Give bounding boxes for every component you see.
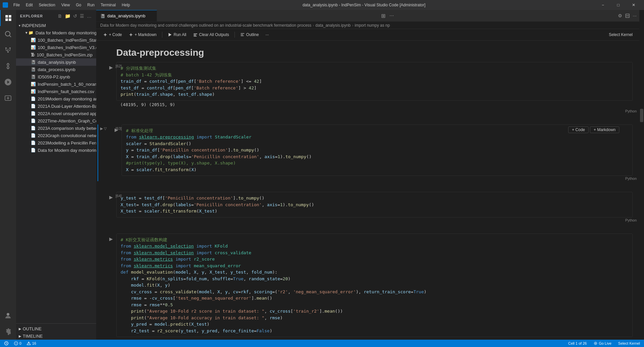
add-code-btn-3[interactable]: + Code: [342, 225, 362, 232]
menu-help[interactable]: Help: [119, 2, 133, 8]
add-markdown-btn-3[interactable]: + Markdown: [365, 225, 394, 232]
new-folder-icon[interactable]: 📁: [64, 13, 71, 19]
svg-rect-6: [7, 65, 9, 67]
window-controls[interactable]: − □ ✕: [595, 0, 641, 10]
indpensim-section-header[interactable]: ▾ INDPENSIM: [16, 22, 96, 29]
sidebar-item-2023m[interactable]: 📄 2023Modelling a Penicillin Fermenta...: [16, 139, 96, 146]
more-button[interactable]: ···: [388, 12, 395, 19]
notebook-content: Data-preprocessing ▶ # 分训练集测试集 # batch 1…: [96, 41, 639, 340]
clear-all-button[interactable]: Clear All Outputs: [190, 31, 232, 38]
cell-65: ▶ # K折交叉验证函数构建 from sklearn.model_select…: [96, 234, 639, 337]
tab-data-analysis[interactable]: 📓 data_analysis.ipynb ✕: [96, 10, 157, 21]
sidebar-item-2023a[interactable]: 📄 2023A comparison study between di...: [16, 124, 96, 132]
scrollbar-thumb[interactable]: [640, 109, 643, 122]
cell-65-run-button[interactable]: ▶: [109, 236, 114, 242]
inline-add-code[interactable]: + Code: [568, 126, 589, 133]
sidebar-item-2022a[interactable]: 📄 2022A novel unsupervised approach...: [16, 110, 96, 117]
add-markdown-btn-2[interactable]: + Markdown: [365, 183, 394, 190]
sidebar-item-2023g[interactable]: 📄 2023Graph convolutional network so...: [16, 132, 96, 139]
sidebar-item-id5059[interactable]: 📓 ID5059-P2.ipynb: [16, 73, 96, 80]
outline-section-header[interactable]: ▶ OUTLINE: [16, 325, 96, 332]
activity-extensions[interactable]: [0, 58, 16, 74]
sidebar-item-noramen[interactable]: 📊 IndPensim_batch_1_60_noramen.csv: [16, 80, 96, 88]
status-remote[interactable]: [3, 341, 10, 346]
outline-button[interactable]: Outline: [237, 31, 262, 38]
status-right: Cell 1 of 26 Go Live Select Kernel: [567, 341, 641, 345]
sidebar-item-csv-stats[interactable]: 📊 100_Batches_IndPenSim_Statistics.csv: [16, 36, 96, 44]
status-select-kernel[interactable]: Select Kernel: [617, 341, 641, 345]
status-warnings[interactable]: 16: [25, 341, 37, 345]
svg-rect-13: [241, 33, 245, 34]
sidebar-item-fault[interactable]: 📊 IndPensim_fault_batches.csv: [16, 88, 96, 95]
sidebar-header-icons[interactable]: 🗎 📁 ↺ ☰ …: [57, 13, 92, 19]
new-file-icon[interactable]: 🗎: [57, 13, 63, 19]
add-markdown-button[interactable]: + Markdown: [126, 31, 159, 38]
menu-view[interactable]: View: [58, 2, 72, 8]
status-cell-count[interactable]: Cell 1 of 26: [567, 341, 588, 345]
more-actions-icon[interactable]: …: [86, 13, 92, 19]
sidebar-item-data-analysis[interactable]: 📓 data_analysis.ipynb: [16, 58, 96, 66]
status-left: 0 16: [3, 341, 37, 346]
cell-65-code[interactable]: # K折交叉验证函数构建 from sklearn.model_selectio…: [116, 234, 633, 337]
cell-64-content: y_test = test_df['Penicillin concentrati…: [116, 192, 633, 218]
sidebar-item-data-folder[interactable]: ▾ 📁 Data for Modern day monitoring an...: [16, 29, 96, 36]
select-kernel-button[interactable]: Select Kernel: [606, 31, 635, 38]
menu-file[interactable]: File: [11, 2, 22, 8]
status-go-live[interactable]: Go Live: [592, 341, 613, 345]
refresh-icon[interactable]: ↺: [72, 13, 78, 19]
minimize-button[interactable]: −: [595, 0, 611, 10]
activity-search[interactable]: [0, 26, 16, 42]
add-code-btn-2[interactable]: + Code: [342, 183, 362, 190]
tab-label: data_analysis.ipynb: [107, 13, 145, 18]
sidebar-item-data-process[interactable]: 📓 data_process.ipynb: [16, 66, 96, 73]
cell-62-content: # 分训练集测试集 # batch 1-42 为训练集 train_df = c…: [116, 62, 633, 108]
sidebar-item-csv-v3[interactable]: 📊 100_Batches_IndPenSim_V3.csv: [16, 44, 96, 51]
notebook-heading: Data-preprocessing: [96, 41, 639, 61]
cell-64-run-button[interactable]: ▶: [109, 194, 114, 201]
activity-run-debug[interactable]: [0, 74, 16, 90]
cell-63-code[interactable]: # 标准化处理 from sklearn.preprocessing impor…: [122, 124, 633, 176]
menu-selection[interactable]: Selection: [36, 2, 58, 8]
breadcrumb-part1[interactable]: Data for Modern day monitoring and contr…: [100, 23, 311, 28]
maximize-button[interactable]: □: [611, 0, 626, 10]
sidebar-item-data-pdf[interactable]: 📄 Data for Modern day monitoring an...: [16, 146, 96, 154]
cell-62-code[interactable]: # 分训练集测试集 # batch 1-42 为训练集 train_df = c…: [116, 62, 633, 101]
breadcrumb-part3[interactable]: import numpy as np: [355, 23, 390, 28]
menu-edit[interactable]: Edit: [23, 2, 35, 8]
activity-settings[interactable]: [0, 324, 16, 340]
cell-64-code[interactable]: y_test = test_df['Penicillin concentrati…: [116, 192, 633, 218]
sidebar-item-2022t[interactable]: 📄 2022Time-Attention_Graph_Convolu...: [16, 117, 96, 124]
cell-62-output: (48195, 9) (20515, 9): [116, 101, 633, 108]
more-actions-button[interactable]: ···: [633, 13, 637, 18]
scrollbar-track[interactable]: [639, 10, 644, 340]
panel-layout-icon[interactable]: ⊟: [625, 12, 630, 19]
pdf-icon8: 📄: [31, 148, 36, 152]
activity-source-control[interactable]: [0, 42, 16, 58]
add-markdown-btn-1[interactable]: + Markdown: [365, 116, 394, 122]
more-toolbar-button[interactable]: ···: [263, 31, 272, 38]
close-button[interactable]: ✕: [626, 0, 641, 10]
sidebar-item-zip[interactable]: 🗜 100_Batches_IndPenSim.zip: [16, 51, 96, 58]
activity-accounts[interactable]: [0, 308, 16, 324]
add-code-button[interactable]: + Code: [100, 31, 125, 38]
activity-remote-explorer[interactable]: [0, 90, 16, 106]
layout-button[interactable]: ⊞: [380, 12, 387, 20]
status-errors[interactable]: 0: [13, 341, 23, 345]
menu-terminal[interactable]: Terminal: [98, 2, 118, 8]
run-all-button[interactable]: Run All: [165, 31, 189, 38]
menu-run[interactable]: Run: [85, 2, 97, 8]
inline-add-markdown[interactable]: + Markdown: [590, 126, 619, 133]
sidebar-item-2021[interactable]: 📄 2021A Dual-Layer Attention-Based L...: [16, 102, 96, 110]
tab-end-controls[interactable]: ⊞ ···: [377, 10, 398, 21]
cell-62-run-button[interactable]: ▶: [109, 64, 114, 71]
menu-go[interactable]: Go: [73, 2, 84, 8]
collapse-icon[interactable]: ☰: [79, 13, 85, 19]
activity-explorer[interactable]: [0, 10, 16, 26]
add-code-btn-1[interactable]: + Code: [342, 116, 362, 122]
menu-bar[interactable]: File Edit Selection View Go Run Terminal…: [11, 2, 133, 8]
sidebar-item-2019[interactable]: 📄 2019Modern day monitoring and co...: [16, 95, 96, 102]
settings-icon[interactable]: ⚙: [618, 13, 622, 18]
timeline-section-header[interactable]: ▶ TIMELINE: [16, 332, 96, 340]
breadcrumb-part2[interactable]: data_analysis.ipynb: [315, 23, 350, 28]
vscode-icon: [3, 2, 8, 8]
